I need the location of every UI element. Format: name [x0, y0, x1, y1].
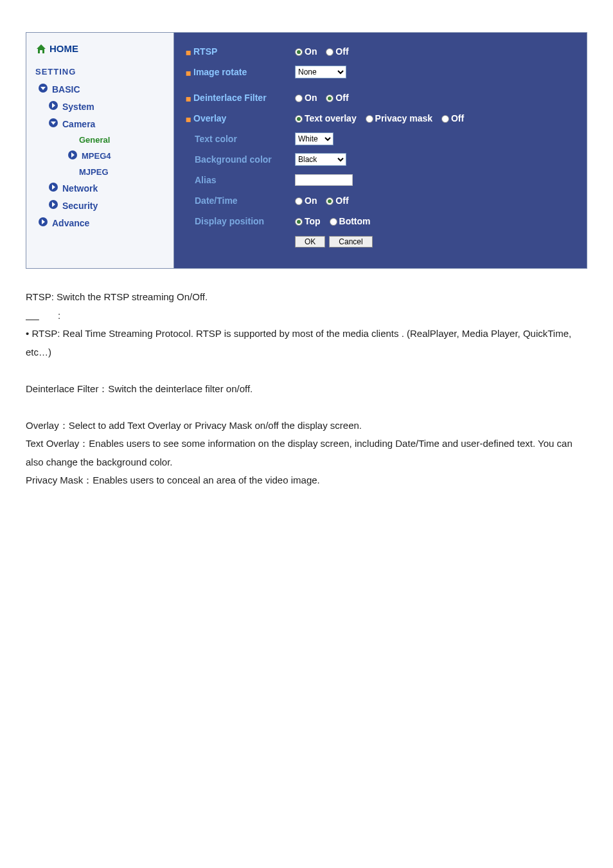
sidebar-item-network[interactable]: Network — [26, 179, 173, 197]
rtsp-off-label: Off — [335, 46, 348, 57]
bullet-icon: ◼ — [186, 49, 191, 56]
chevron-right-icon — [48, 100, 58, 113]
settings-panel: HOME SETTING BASIC System Camera General… — [26, 32, 587, 269]
overlay-off-label: Off — [451, 113, 464, 123]
disppos-bottom-radio[interactable] — [330, 218, 337, 226]
sidebar-item-mjpeg[interactable]: MJPEG — [26, 165, 173, 179]
datetime-radio-group: On Off — [295, 195, 355, 206]
chevron-right-icon — [48, 199, 58, 212]
documentation-text: RTSP: Switch the RTSP streaming On/Off. … — [26, 288, 587, 490]
sidebar-item-camera[interactable]: Camera — [26, 115, 173, 132]
alias-input[interactable] — [295, 174, 353, 186]
rtsp-off-radio[interactable] — [326, 48, 333, 56]
textcolor-select[interactable]: White — [295, 132, 333, 145]
sidebar-item-label: Security — [62, 201, 98, 211]
rtsp-label: ◼RTSP — [186, 46, 295, 57]
bgcolor-select[interactable]: Black — [295, 153, 346, 166]
overlay-privacy-radio[interactable] — [366, 115, 373, 123]
rtsp-on-label: On — [305, 46, 317, 57]
chevron-right-icon — [38, 217, 48, 229]
sidebar: HOME SETTING BASIC System Camera General… — [26, 33, 174, 268]
image-rotate-label-text: Image rotate — [193, 67, 247, 77]
doc-overlay: Overlay：Select to add Text Overlay or Pr… — [26, 417, 587, 435]
sidebar-item-label: Advance — [52, 218, 89, 228]
sidebar-item-label: General — [79, 135, 110, 145]
doc-rtsp-desc: • RTSP: Real Time Streaming Protocol. RT… — [26, 325, 587, 361]
datetime-off-radio[interactable] — [326, 197, 333, 205]
overlay-text-label: Text overlay — [305, 113, 357, 123]
datetime-on-radio[interactable] — [295, 197, 303, 205]
content-area: ◼RTSP On Off ◼Image rotate None ◼Deinter… — [174, 33, 587, 268]
rtsp-label-text: RTSP — [193, 46, 217, 57]
chevron-down-icon — [48, 118, 58, 130]
home-icon — [35, 44, 47, 54]
alias-label: Alias — [186, 175, 295, 185]
overlay-off-radio[interactable] — [441, 115, 449, 123]
sidebar-item-label: MPEG4 — [82, 151, 111, 161]
image-rotate-label: ◼Image rotate — [186, 67, 295, 77]
display-position-radio-group: Top Bottom — [295, 216, 377, 226]
sidebar-item-system[interactable]: System — [26, 98, 173, 115]
doc-rtsp-line: RTSP: Switch the RTSP streaming On/Off. — [26, 288, 587, 307]
sidebar-item-mpeg4[interactable]: MPEG4 — [26, 147, 173, 165]
textcolor-label: Text color — [186, 134, 295, 144]
disppos-top-radio[interactable] — [295, 218, 303, 226]
sidebar-item-label: Camera — [62, 119, 95, 129]
deinterlace-on-label: On — [305, 93, 317, 103]
deinterlace-radio-group: On Off — [295, 93, 355, 103]
disppos-bottom-label: Bottom — [339, 216, 371, 226]
deinterlace-off-radio[interactable] — [326, 95, 333, 102]
rtsp-radio-group: On Off — [295, 46, 355, 57]
doc-textoverlay: Text Overlay：Enables users to see some i… — [26, 435, 587, 471]
image-rotate-select[interactable]: None — [295, 66, 346, 78]
home-link[interactable]: HOME — [26, 39, 173, 63]
sidebar-item-basic[interactable]: BASIC — [26, 80, 173, 98]
overlay-privacy-label: Privacy mask — [375, 113, 433, 123]
deinterlace-on-radio[interactable] — [295, 95, 303, 102]
doc-deinterlace: Deinterlace Filter：Switch the deinterlac… — [26, 380, 587, 399]
doc-note-underline — [26, 307, 58, 325]
bullet-icon: ◼ — [186, 69, 191, 77]
cancel-button[interactable]: Cancel — [329, 236, 372, 248]
sidebar-item-security[interactable]: Security — [26, 197, 173, 214]
datetime-on-label: On — [305, 195, 317, 206]
sidebar-item-label: System — [62, 102, 94, 112]
overlay-text-radio[interactable] — [295, 115, 303, 123]
deinterlace-label-text: Deinterlace Filter — [193, 93, 267, 103]
chevron-right-icon — [48, 182, 58, 194]
bgcolor-label: Background color — [186, 154, 295, 165]
ok-button[interactable]: OK — [295, 236, 325, 248]
doc-note-colon: : — [58, 310, 60, 321]
overlay-radio-group: Text overlay Privacy mask Off — [295, 113, 470, 123]
setting-title: SETTING — [26, 63, 173, 80]
chevron-right-icon — [67, 150, 78, 162]
deinterlace-off-label: Off — [335, 93, 348, 103]
bullet-icon: ◼ — [186, 116, 191, 123]
datetime-label: Date/Time — [186, 195, 295, 206]
display-position-label: Display position — [186, 216, 295, 226]
overlay-label-text: Overlay — [193, 113, 226, 123]
sidebar-item-label: MJPEG — [79, 167, 109, 177]
chevron-down-icon — [38, 83, 48, 95]
sidebar-item-label: BASIC — [52, 84, 80, 95]
datetime-off-label: Off — [335, 195, 348, 206]
disppos-top-label: Top — [305, 216, 321, 226]
sidebar-item-general[interactable]: General — [26, 132, 173, 147]
deinterlace-label: ◼Deinterlace Filter — [186, 93, 295, 103]
sidebar-item-advance[interactable]: Advance — [26, 214, 173, 231]
overlay-label: ◼Overlay — [186, 113, 295, 123]
home-label: HOME — [49, 43, 78, 54]
sidebar-item-label: Network — [62, 183, 98, 194]
doc-privacy: Privacy Mask：Enables users to conceal an… — [26, 471, 587, 490]
bullet-icon: ◼ — [186, 95, 191, 102]
rtsp-on-radio[interactable] — [295, 48, 303, 56]
